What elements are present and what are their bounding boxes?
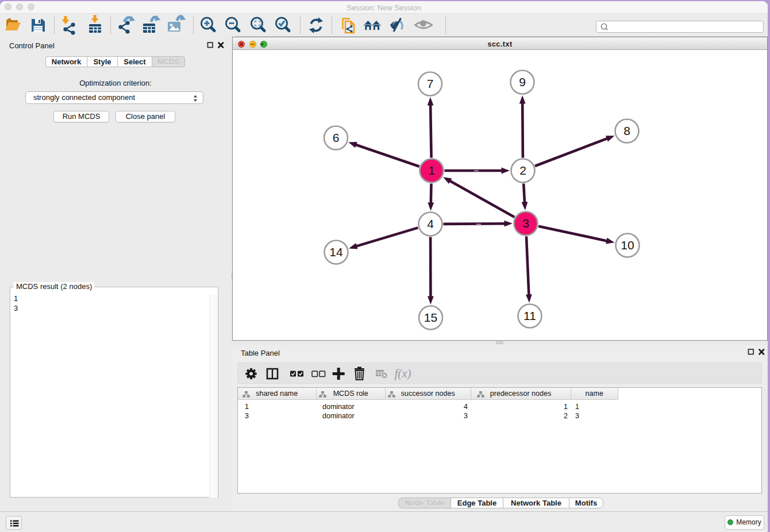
svg-text:4: 4: [427, 217, 434, 230]
svg-text:8: 8: [623, 124, 630, 137]
svg-text:1: 1: [428, 164, 435, 177]
svg-text:f(x): f(x): [394, 367, 411, 380]
svg-text:3: 3: [522, 217, 529, 230]
svg-text:15: 15: [424, 311, 437, 324]
svg-text:10: 10: [621, 238, 634, 252]
svg-text:14: 14: [329, 245, 343, 259]
svg-text:11: 11: [523, 309, 536, 322]
svg-text:6: 6: [333, 131, 340, 144]
svg-text:9: 9: [519, 75, 526, 88]
svg-text:2: 2: [519, 164, 526, 177]
svg-text:7: 7: [427, 77, 434, 90]
